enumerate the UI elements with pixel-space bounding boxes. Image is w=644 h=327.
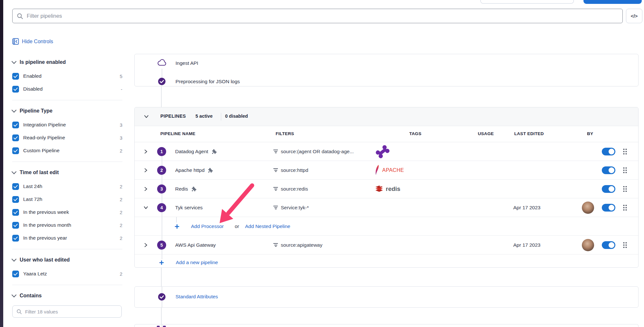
add-nested-pipeline-link[interactable]: Add Nested Pipeline	[245, 223, 290, 229]
chevron-down-icon	[12, 257, 17, 262]
facet-item[interactable]: Integration Pipeline 3	[12, 121, 122, 129]
filter-lines-icon	[273, 150, 278, 153]
checkbox-checked[interactable]	[12, 147, 19, 154]
facet-item[interactable]: Enabled 5	[12, 72, 122, 80]
filter-query: source:(agent OR datadog-age...	[281, 149, 354, 154]
chevron-right-icon[interactable]	[143, 243, 148, 248]
facet-item[interactable]: In the previous week 2	[12, 208, 122, 216]
pipeline-name[interactable]: Apache httpd	[175, 167, 213, 173]
chevron-right-icon[interactable]	[143, 168, 148, 173]
plus-icon[interactable]: +	[158, 259, 165, 266]
drag-handle-icon[interactable]	[623, 167, 627, 173]
facet-item[interactable]: Yaara Letz 2	[12, 270, 122, 278]
checkbox-checked[interactable]	[12, 271, 19, 277]
contains-filter-input[interactable]: Filter 18 values	[12, 305, 122, 318]
drag-handle-icon[interactable]	[623, 204, 627, 211]
pipeline-name-label: Datadog Agent	[175, 149, 208, 154]
facet-group-header[interactable]: Contains	[12, 292, 122, 300]
avatar[interactable]	[582, 239, 594, 251]
chevron-right-icon[interactable]	[143, 186, 148, 192]
enable-toggle[interactable]	[602, 241, 615, 249]
facet-group-header[interactable]: Is pipeline enabled	[12, 58, 122, 66]
filter-lines-icon	[273, 206, 278, 209]
facet-item[interactable]: Custom Pipeline 2	[12, 146, 122, 155]
facet-item-label: Enabled	[23, 73, 42, 79]
code-view-button[interactable]: </>	[626, 9, 642, 23]
facet-item-count: 2	[120, 223, 122, 228]
pipeline-search-bar[interactable]: Filter pipelines	[12, 9, 623, 23]
divider	[12, 100, 122, 100]
checkbox-checked[interactable]	[12, 209, 19, 216]
enable-toggle[interactable]	[602, 204, 615, 212]
divider	[221, 113, 221, 121]
facet-group-header[interactable]: User who last edited	[12, 256, 122, 264]
chevron-right-icon[interactable]	[143, 149, 148, 154]
facet-group-header[interactable]: Time of last edit	[12, 169, 122, 176]
facet-item-label: Integration Pipeline	[23, 122, 66, 128]
cloud-icon	[157, 59, 167, 66]
chevron-down-icon[interactable]	[143, 205, 148, 210]
checkbox-checked[interactable]	[12, 86, 19, 93]
divider	[12, 249, 122, 249]
drag-handle-icon[interactable]	[623, 186, 627, 192]
enable-toggle[interactable]	[602, 185, 615, 193]
processor-icon-partial	[157, 326, 160, 327]
pipeline-name[interactable]: AWS Api Gateway	[175, 242, 216, 248]
chevron-down-icon	[12, 108, 17, 113]
pipeline-filter: source:redis	[273, 186, 308, 192]
standard-attributes-link[interactable]: Standard Attributes	[175, 294, 218, 300]
drag-handle-icon[interactable]	[623, 148, 627, 155]
plus-icon[interactable]: +	[174, 223, 180, 230]
filter-query: source:apigateway	[281, 242, 322, 248]
pipeline-connector-line	[161, 308, 162, 324]
checkbox-checked[interactable]	[12, 235, 19, 242]
hide-controls-button[interactable]: Hide Controls	[12, 38, 122, 45]
search-icon	[17, 13, 23, 19]
facet-sidebar: Hide Controls Is pipeline enabled Enable…	[12, 38, 122, 318]
apache-logo-text: APACHE	[382, 167, 404, 173]
pipeline-name[interactable]: Datadog Agent	[175, 149, 217, 154]
enable-toggle[interactable]	[602, 166, 615, 174]
pipeline-order-badge: 3	[157, 184, 166, 193]
facet-item-label: In the previous month	[23, 222, 71, 228]
chevron-down-icon	[12, 169, 17, 174]
checkbox-checked[interactable]	[12, 196, 19, 203]
col-filters: FILTERS	[276, 131, 294, 136]
checkbox-checked[interactable]	[12, 134, 19, 141]
col-last-edited: LAST EDITED	[514, 131, 544, 136]
pipeline-name[interactable]: Tyk services	[175, 205, 203, 211]
add-processor-link[interactable]: Add Processor	[191, 223, 224, 229]
facet-item[interactable]: Read-only Pipeline 3	[12, 134, 122, 142]
filter-lines-icon	[273, 187, 278, 191]
facet-item[interactable]: In the previous year 2	[12, 234, 122, 242]
add-pipeline-row: + Add a new pipeline	[135, 254, 638, 271]
add-new-pipeline-link[interactable]: Add a new pipeline	[176, 260, 218, 265]
checkbox-checked[interactable]	[12, 183, 19, 190]
col-tags: TAGS	[409, 131, 421, 136]
topbar-partial-input[interactable]	[480, 0, 574, 4]
enable-toggle[interactable]	[602, 148, 615, 155]
facet-item-label: In the previous year	[23, 235, 67, 241]
avatar[interactable]	[582, 202, 594, 214]
pipelines-section-title: PIPELINES	[160, 114, 186, 119]
pipelines-section-header[interactable]: PIPELINES 5 active 0 disabled	[135, 107, 638, 126]
drag-handle-icon[interactable]	[623, 242, 627, 248]
checkbox-checked[interactable]	[12, 73, 19, 80]
disabled-count: 0 disabled	[225, 114, 248, 119]
facet-group: Is pipeline enabled Enabled 5 Disabled -	[12, 58, 122, 93]
facet-item[interactable]: In the previous month 2	[12, 221, 122, 229]
preprocessing-label[interactable]: Preprocessing for JSON logs	[175, 79, 240, 84]
facet-item[interactable]: Last 72h 2	[12, 195, 122, 203]
pipeline-name[interactable]: Redis	[175, 186, 197, 192]
check-circle-icon	[158, 293, 166, 301]
topbar-partial-primary-button[interactable]	[583, 0, 642, 4]
chevron-down-icon[interactable]	[144, 114, 149, 119]
filter-query: source:httpd	[281, 167, 308, 173]
checkbox-checked[interactable]	[12, 122, 19, 128]
facet-item[interactable]: Disabled -	[12, 85, 122, 93]
facet-group-title: Contains	[20, 293, 42, 299]
checkbox-checked[interactable]	[12, 222, 19, 229]
facet-group-header[interactable]: Pipeline Type	[12, 107, 122, 115]
facet-item[interactable]: Last 24h 2	[12, 182, 122, 191]
table-header-row: PIPELINE NAME FILTERS TAGS USAGE LAST ED…	[135, 126, 638, 142]
